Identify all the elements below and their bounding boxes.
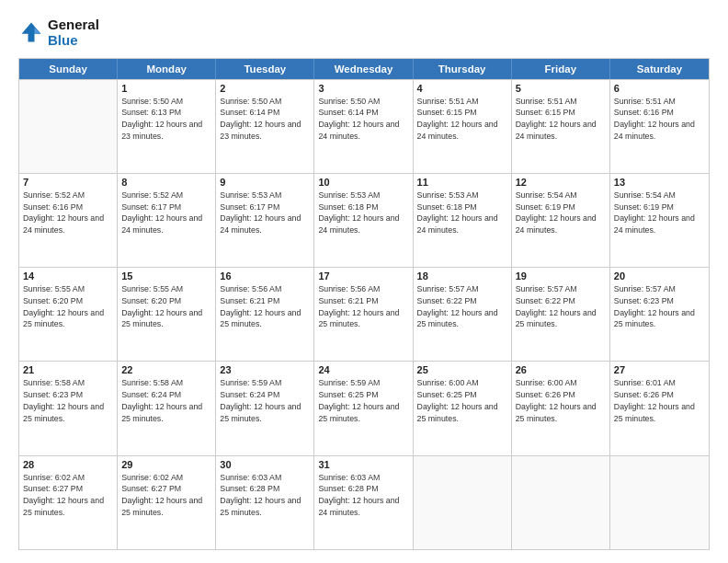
day-cell-16: 16Sunrise: 5:56 AM Sunset: 6:21 PM Dayli… — [216, 268, 314, 361]
calendar-row-1: 7Sunrise: 5:52 AM Sunset: 6:16 PM Daylig… — [19, 173, 709, 267]
cell-info: Sunrise: 5:54 AM Sunset: 6:19 PM Dayligh… — [516, 190, 606, 236]
header-cell-tuesday: Tuesday — [216, 59, 314, 79]
day-number: 1 — [121, 83, 211, 94]
day-number: 21 — [23, 364, 113, 375]
header-cell-friday: Friday — [512, 59, 610, 79]
cell-info: Sunrise: 5:53 AM Sunset: 6:18 PM Dayligh… — [417, 190, 507, 236]
empty-cell-4-6 — [610, 456, 709, 549]
day-cell-11: 11Sunrise: 5:53 AM Sunset: 6:18 PM Dayli… — [414, 174, 512, 267]
day-number: 8 — [121, 177, 211, 188]
day-number: 3 — [318, 83, 408, 94]
day-cell-29: 29Sunrise: 6:02 AM Sunset: 6:27 PM Dayli… — [118, 456, 216, 549]
cell-info: Sunrise: 5:58 AM Sunset: 6:24 PM Dayligh… — [121, 377, 211, 424]
cell-info: Sunrise: 5:50 AM Sunset: 6:14 PM Dayligh… — [318, 96, 408, 143]
day-cell-28: 28Sunrise: 6:02 AM Sunset: 6:27 PM Dayli… — [19, 456, 118, 549]
header-cell-wednesday: Wednesday — [314, 59, 413, 79]
day-number: 2 — [220, 83, 310, 94]
svg-marker-1 — [35, 28, 41, 34]
cell-info: Sunrise: 5:56 AM Sunset: 6:21 PM Dayligh… — [318, 283, 408, 330]
day-cell-5: 5Sunrise: 5:51 AM Sunset: 6:15 PM Daylig… — [512, 80, 610, 173]
day-number: 24 — [318, 364, 408, 375]
day-cell-25: 25Sunrise: 6:00 AM Sunset: 6:25 PM Dayli… — [414, 362, 512, 454]
day-cell-3: 3Sunrise: 5:50 AM Sunset: 6:14 PM Daylig… — [314, 80, 413, 173]
day-cell-13: 13Sunrise: 5:54 AM Sunset: 6:19 PM Dayli… — [610, 174, 709, 267]
day-cell-21: 21Sunrise: 5:58 AM Sunset: 6:23 PM Dayli… — [19, 362, 118, 454]
cell-info: Sunrise: 5:51 AM Sunset: 6:15 PM Dayligh… — [417, 96, 507, 143]
day-number: 30 — [220, 459, 310, 470]
logo-line1: General — [48, 17, 99, 32]
day-number: 26 — [516, 364, 606, 375]
day-number: 12 — [516, 177, 606, 188]
calendar-row-2: 14Sunrise: 5:55 AM Sunset: 6:20 PM Dayli… — [19, 267, 709, 361]
cell-info: Sunrise: 5:58 AM Sunset: 6:23 PM Dayligh… — [23, 377, 113, 424]
cell-info: Sunrise: 6:00 AM Sunset: 6:25 PM Dayligh… — [417, 377, 507, 424]
day-number: 16 — [220, 270, 310, 282]
day-number: 10 — [318, 177, 408, 188]
day-number: 25 — [417, 364, 507, 375]
header-cell-thursday: Thursday — [414, 59, 512, 79]
cell-info: Sunrise: 5:50 AM Sunset: 6:14 PM Dayligh… — [220, 96, 310, 143]
day-number: 5 — [516, 83, 606, 94]
day-cell-1: 1Sunrise: 5:50 AM Sunset: 6:13 PM Daylig… — [118, 80, 216, 173]
cell-info: Sunrise: 5:59 AM Sunset: 6:25 PM Dayligh… — [318, 377, 408, 424]
cell-info: Sunrise: 5:51 AM Sunset: 6:16 PM Dayligh… — [614, 96, 705, 143]
cell-info: Sunrise: 5:56 AM Sunset: 6:21 PM Dayligh… — [220, 283, 310, 330]
cell-info: Sunrise: 6:00 AM Sunset: 6:26 PM Dayligh… — [516, 377, 606, 424]
day-number: 14 — [23, 270, 113, 282]
day-number: 7 — [23, 177, 113, 188]
day-number: 17 — [318, 270, 408, 282]
day-cell-30: 30Sunrise: 6:03 AM Sunset: 6:28 PM Dayli… — [216, 456, 314, 549]
cell-info: Sunrise: 5:59 AM Sunset: 6:24 PM Dayligh… — [220, 377, 310, 424]
day-number: 23 — [220, 364, 310, 375]
empty-cell-4-4 — [414, 456, 512, 549]
empty-cell-0-0 — [19, 80, 118, 173]
cell-info: Sunrise: 5:52 AM Sunset: 6:16 PM Dayligh… — [23, 190, 113, 236]
day-number: 11 — [417, 177, 507, 188]
day-number: 31 — [318, 459, 408, 470]
day-cell-23: 23Sunrise: 5:59 AM Sunset: 6:24 PM Dayli… — [216, 362, 314, 454]
day-cell-14: 14Sunrise: 5:55 AM Sunset: 6:20 PM Dayli… — [19, 268, 118, 361]
empty-cell-4-5 — [512, 456, 610, 549]
cell-info: Sunrise: 5:52 AM Sunset: 6:17 PM Dayligh… — [121, 190, 211, 236]
day-cell-10: 10Sunrise: 5:53 AM Sunset: 6:18 PM Dayli… — [314, 174, 413, 267]
calendar-row-4: 28Sunrise: 6:02 AM Sunset: 6:27 PM Dayli… — [19, 455, 709, 549]
day-cell-4: 4Sunrise: 5:51 AM Sunset: 6:15 PM Daylig… — [414, 80, 512, 173]
calendar-body: 1Sunrise: 5:50 AM Sunset: 6:13 PM Daylig… — [19, 79, 709, 550]
cell-info: Sunrise: 5:53 AM Sunset: 6:18 PM Dayligh… — [318, 190, 408, 236]
day-number: 22 — [121, 364, 211, 375]
header-cell-saturday: Saturday — [610, 59, 709, 79]
header: General Blue — [18, 17, 710, 49]
cell-info: Sunrise: 5:55 AM Sunset: 6:20 PM Dayligh… — [23, 283, 113, 330]
day-number: 20 — [614, 270, 705, 282]
day-cell-18: 18Sunrise: 5:57 AM Sunset: 6:22 PM Dayli… — [414, 268, 512, 361]
cell-info: Sunrise: 6:02 AM Sunset: 6:27 PM Dayligh… — [121, 472, 211, 519]
day-cell-6: 6Sunrise: 5:51 AM Sunset: 6:16 PM Daylig… — [610, 80, 709, 173]
day-cell-8: 8Sunrise: 5:52 AM Sunset: 6:17 PM Daylig… — [118, 174, 216, 267]
day-number: 9 — [220, 177, 310, 188]
day-cell-24: 24Sunrise: 5:59 AM Sunset: 6:25 PM Dayli… — [314, 362, 413, 454]
day-number: 18 — [417, 270, 507, 282]
header-cell-monday: Monday — [118, 59, 216, 79]
logo: General Blue — [18, 17, 99, 49]
cell-info: Sunrise: 6:03 AM Sunset: 6:28 PM Dayligh… — [318, 472, 408, 519]
day-cell-9: 9Sunrise: 5:53 AM Sunset: 6:17 PM Daylig… — [216, 174, 314, 267]
cell-info: Sunrise: 5:53 AM Sunset: 6:17 PM Dayligh… — [220, 190, 310, 236]
day-cell-19: 19Sunrise: 5:57 AM Sunset: 6:22 PM Dayli… — [512, 268, 610, 361]
cell-info: Sunrise: 5:57 AM Sunset: 6:22 PM Dayligh… — [417, 283, 507, 330]
day-number: 19 — [516, 270, 606, 282]
day-cell-20: 20Sunrise: 5:57 AM Sunset: 6:23 PM Dayli… — [610, 268, 709, 361]
cell-info: Sunrise: 6:03 AM Sunset: 6:28 PM Dayligh… — [220, 472, 310, 519]
cell-info: Sunrise: 6:01 AM Sunset: 6:26 PM Dayligh… — [614, 377, 705, 424]
day-cell-22: 22Sunrise: 5:58 AM Sunset: 6:24 PM Dayli… — [118, 362, 216, 454]
day-cell-15: 15Sunrise: 5:55 AM Sunset: 6:20 PM Dayli… — [118, 268, 216, 361]
cell-info: Sunrise: 5:55 AM Sunset: 6:20 PM Dayligh… — [121, 283, 211, 330]
day-cell-12: 12Sunrise: 5:54 AM Sunset: 6:19 PM Dayli… — [512, 174, 610, 267]
calendar: SundayMondayTuesdayWednesdayThursdayFrid… — [18, 58, 710, 551]
day-cell-26: 26Sunrise: 6:00 AM Sunset: 6:26 PM Dayli… — [512, 362, 610, 454]
logo-line2: Blue — [48, 32, 99, 48]
logo-icon — [18, 19, 44, 45]
cell-info: Sunrise: 5:54 AM Sunset: 6:19 PM Dayligh… — [614, 190, 705, 236]
cell-info: Sunrise: 5:51 AM Sunset: 6:15 PM Dayligh… — [516, 96, 606, 143]
day-number: 27 — [614, 364, 705, 375]
day-number: 29 — [121, 459, 211, 470]
